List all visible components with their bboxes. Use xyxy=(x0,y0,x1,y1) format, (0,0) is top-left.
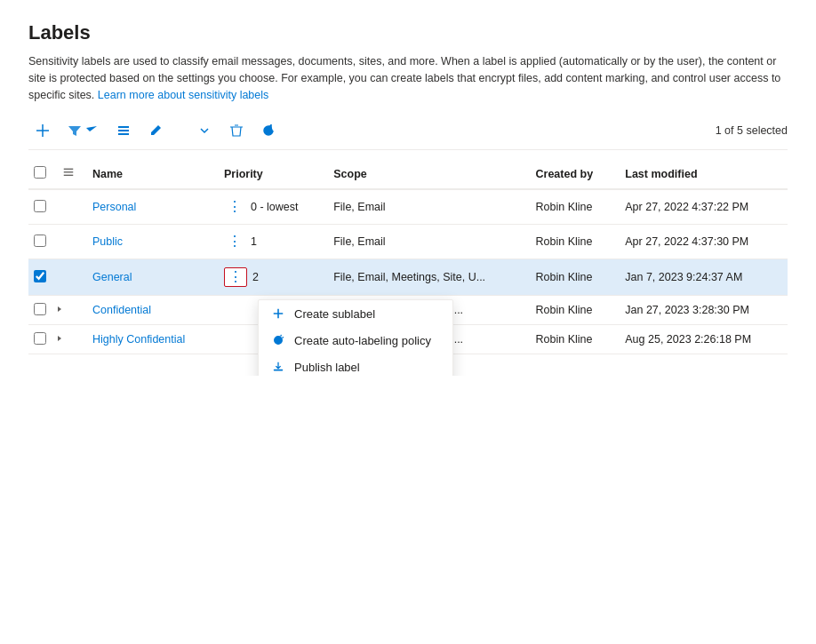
last-modified-general: Jan 7, 2023 9:24:37 AM xyxy=(616,259,788,296)
page-description: Sensitivity labels are used to classify … xyxy=(28,53,788,103)
select-all-header[interactable] xyxy=(28,159,53,189)
labels-table-container: Name Priority Scope Created by Last modi… xyxy=(28,159,788,354)
svg-rect-6 xyxy=(64,175,74,176)
table-row-general: General ⋮ 2 File, Email, Meetings, Site,… xyxy=(28,259,788,296)
context-menu-btn-general[interactable]: ⋮ xyxy=(224,267,247,287)
add-button[interactable] xyxy=(28,119,57,142)
row-checkbox-confidential[interactable] xyxy=(34,303,46,315)
svg-rect-5 xyxy=(64,171,74,172)
label-name-confidential[interactable]: Confidential xyxy=(84,296,215,325)
refresh-button[interactable] xyxy=(254,119,283,142)
label-name-public[interactable]: Public xyxy=(84,225,215,259)
row-checkbox-highly-confidential[interactable] xyxy=(34,332,46,345)
svg-rect-4 xyxy=(64,169,74,170)
scope-public: File, Email xyxy=(324,225,526,259)
name-column-header: Name xyxy=(84,159,215,189)
auto-label-icon xyxy=(271,333,285,347)
page-title: Labels xyxy=(28,21,788,44)
last-modified-column-header: Last modified xyxy=(616,159,788,189)
created-by-personal: Robin Kline xyxy=(527,189,617,225)
context-menu-btn-personal[interactable]: ⋮ xyxy=(224,198,245,216)
row-checkbox-public[interactable] xyxy=(34,235,46,247)
priority-cell-general: ⋮ 2 xyxy=(215,259,324,296)
label-name-highly-confidential[interactable]: Highly Confidential xyxy=(84,325,215,354)
priority-cell-public: ⋮ 1 xyxy=(215,225,324,259)
learn-more-link[interactable]: Learn more about sensitivity labels xyxy=(98,89,268,101)
row-checkbox-personal[interactable] xyxy=(34,200,46,212)
created-by-public: Robin Kline xyxy=(527,225,617,259)
plus-icon xyxy=(271,306,285,321)
created-by-general: Robin Kline xyxy=(527,259,617,296)
svg-rect-3 xyxy=(118,133,129,135)
svg-rect-2 xyxy=(118,130,129,131)
priority-column-header: Priority xyxy=(215,159,324,189)
label-name-personal[interactable]: Personal xyxy=(84,189,215,225)
edit-button[interactable] xyxy=(141,119,170,142)
last-modified-confidential: Jan 27, 2023 3:28:30 PM xyxy=(616,296,788,325)
toolbar: 1 of 5 selected xyxy=(28,119,788,150)
last-modified-personal: Apr 27, 2022 4:37:22 PM xyxy=(616,189,788,225)
created-by-column-header: Created by xyxy=(527,159,617,189)
sort-button[interactable] xyxy=(173,119,219,142)
row-checkbox-general[interactable] xyxy=(34,270,46,282)
svg-rect-1 xyxy=(118,126,129,128)
scope-general: File, Email, Meetings, Site, U... xyxy=(324,259,526,296)
list-view-button[interactable] xyxy=(109,119,138,142)
last-modified-public: Apr 27, 2022 4:37:30 PM xyxy=(616,225,788,259)
publish-icon xyxy=(271,360,285,374)
table-row: Personal ⋮ 0 - lowest File, Email Robin … xyxy=(28,189,788,225)
scope-personal: File, Email xyxy=(324,189,526,225)
scope-column-header: Scope xyxy=(324,159,526,189)
label-name-general[interactable]: General xyxy=(84,259,215,296)
priority-cell-personal: ⋮ 0 - lowest xyxy=(215,189,324,225)
last-modified-highly-confidential: Aug 25, 2023 2:26:18 PM xyxy=(616,325,788,354)
created-by-confidential: Robin Kline xyxy=(527,296,617,325)
menu-item-publish-label[interactable]: Publish label xyxy=(259,354,452,376)
table-row: Public ⋮ 1 File, Email Robin Kline Apr 2… xyxy=(28,225,788,259)
delete-button[interactable] xyxy=(222,119,251,142)
list-icon-header xyxy=(53,159,84,189)
created-by-highly-confidential: Robin Kline xyxy=(527,325,617,354)
menu-item-create-sublabel[interactable]: Create sublabel xyxy=(259,300,452,327)
context-menu-btn-public[interactable]: ⋮ xyxy=(224,233,245,250)
svg-rect-8 xyxy=(274,370,284,371)
select-all-checkbox[interactable] xyxy=(34,166,46,179)
selection-count: 1 of 5 selected xyxy=(716,124,788,137)
menu-item-create-auto-labeling[interactable]: Create auto-labeling policy xyxy=(259,327,452,354)
filter-button[interactable] xyxy=(60,119,106,142)
context-menu: Create sublabel Create auto-labeling pol… xyxy=(258,299,453,376)
